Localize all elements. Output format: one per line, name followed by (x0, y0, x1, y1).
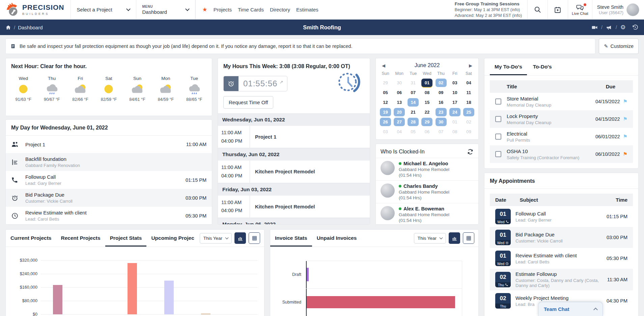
bar[interactable] (128, 263, 137, 315)
company-logo[interactable]: PRECISION BUILDERS (0, 0, 71, 19)
clocked-in-person[interactable]: Michael E. AngelooGabbard Home Remodel(0… (376, 158, 478, 180)
calendar-day[interactable]: 31 (406, 78, 420, 87)
tab-recent-projects[interactable]: Recent Projects (56, 230, 105, 247)
calendar-day[interactable]: 29 (420, 117, 434, 126)
calendar-day[interactable]: 02 (434, 78, 448, 87)
calendar-day[interactable]: 08 (420, 88, 434, 97)
my-day-item[interactable]: Review Estimate with clientLead: Carol B… (6, 207, 212, 225)
todo-checkbox[interactable] (495, 134, 501, 140)
bar[interactable] (307, 296, 455, 308)
todo-checkbox[interactable] (495, 116, 501, 122)
schedule-row[interactable]: 11:00 AM04:00 PMProject 1 (218, 126, 370, 148)
projects-chart-view-button[interactable] (234, 232, 246, 244)
calendar-prev-icon[interactable]: ◀ (382, 63, 385, 68)
live-chat-button[interactable]: Live Chat (568, 0, 592, 19)
calendar-day[interactable]: 03 (379, 127, 392, 136)
calendar-day[interactable]: 05 (379, 88, 392, 97)
user-menu[interactable]: Steve Smith User (35647) (592, 0, 644, 19)
refresh-icon[interactable] (467, 148, 474, 155)
tab-project-stats[interactable]: Project Stats (105, 230, 147, 247)
calendar-day[interactable]: 24 (448, 108, 462, 116)
schedule-row[interactable]: 11:00 AM04:00 PMKitchen Project Remodel (218, 161, 370, 183)
projects-table-view-button[interactable] (249, 232, 260, 244)
calendar-day[interactable]: 11 (462, 88, 476, 97)
tab-invoice-stats[interactable]: Invoice Stats (270, 230, 312, 247)
video-button[interactable] (591, 24, 598, 31)
bar[interactable] (53, 285, 62, 315)
history-button[interactable] (632, 24, 639, 31)
calendar-day[interactable]: 02 (462, 117, 476, 126)
calendar-day[interactable]: 21 (406, 108, 420, 116)
nav-link-directory[interactable]: Directory (270, 7, 290, 12)
calendar-day[interactable]: 10 (448, 88, 462, 97)
calendar-day[interactable]: 20 (392, 108, 406, 116)
calendar-day[interactable]: 16 (434, 98, 448, 107)
appointment-item[interactable]: 01WedFollowup CallLead: Gary Berner01:15… (490, 206, 633, 227)
team-chat-bar[interactable]: Team Chat (538, 302, 603, 316)
todo-item[interactable]: OSHA 10Safety Training (Contractor Forem… (490, 145, 633, 163)
my-day-item[interactable]: Project 111:00 AM (6, 136, 212, 153)
request-time-off-button[interactable]: Request Time Off (223, 96, 273, 109)
calendar-day[interactable]: 07 (406, 88, 420, 97)
calendar-day[interactable]: 30 (392, 78, 406, 87)
calendar-day[interactable]: 06 (420, 127, 434, 136)
calendar-day[interactable]: 26 (379, 117, 392, 126)
appointment-item[interactable]: 02ThuEstimate FollowupCustomer: Costa, D… (490, 269, 633, 290)
calendar-day[interactable]: 04 (392, 127, 406, 136)
home-icon[interactable] (5, 25, 11, 30)
calendar-day[interactable]: 23 (434, 108, 448, 116)
calendar-day[interactable]: 30 (434, 117, 448, 126)
project-selector[interactable]: Select a Project (71, 0, 136, 19)
calendar-add-button[interactable] (548, 0, 568, 19)
my-day-item[interactable]: Followup CallLead: Gary Berner01:15 PM (6, 171, 212, 189)
tab-my-to-do-s[interactable]: My To-Do's (490, 58, 527, 75)
bar[interactable] (201, 314, 211, 315)
calendar-day[interactable]: 22 (420, 108, 434, 116)
calendar-day[interactable]: 27 (392, 117, 406, 126)
nav-link-estimates[interactable]: Estimates (296, 7, 318, 12)
clocked-in-person[interactable]: Charles BandyGabbard Home Remodel(01:54 … (376, 180, 478, 203)
calendar-day[interactable]: 07 (434, 127, 448, 136)
expand-arrow-icon[interactable]: ↗ (279, 76, 287, 91)
nav-link-time-cards[interactable]: Time Cards (238, 7, 264, 12)
training-sessions-note[interactable]: Free Group Training Sessions Beginner: M… (449, 0, 527, 19)
gear-icon[interactable]: ⚙ (620, 24, 626, 30)
breadcrumb-page[interactable]: Dashboard (18, 25, 43, 30)
todo-item[interactable]: Lock PropertyMemorial Day Cleanup04/15/2… (490, 110, 633, 128)
calendar-next-icon[interactable]: ▶ (469, 63, 472, 68)
todo-item[interactable]: ElectricalPull Permits06/01/2022⚑ (490, 128, 633, 145)
clocked-in-person[interactable]: Alex E. BowemanGabbard Home Remodel(01:5… (376, 203, 478, 225)
calendar-day[interactable]: 05 (406, 127, 420, 136)
bar[interactable] (164, 281, 174, 314)
bar[interactable] (307, 268, 309, 281)
announcements-button[interactable] (606, 24, 612, 31)
calendar-day[interactable]: 09 (434, 88, 448, 97)
calendar-day[interactable]: 25 (462, 108, 476, 116)
tab-to-do-s[interactable]: To-Do's (528, 58, 557, 75)
tab-unpaid-invoices[interactable]: Unpaid Invoices (312, 230, 362, 247)
invoices-date-range-select[interactable]: This Year (414, 233, 446, 243)
invoices-table-view-button[interactable] (463, 232, 474, 244)
tab-upcoming-projec[interactable]: Upcoming Projec (146, 230, 199, 247)
calendar-day[interactable]: 03 (448, 78, 462, 87)
todo-checkbox[interactable] (495, 98, 501, 105)
customize-button[interactable]: ✎ Customize (599, 38, 639, 54)
schedule-row[interactable]: 11:00 AM04:00 PMKitchen Project Remodel (218, 196, 370, 218)
appointment-item[interactable]: 01WedBid Package DueCustomer: Vickie Car… (490, 227, 633, 248)
nav-link-projects[interactable]: Projects (214, 7, 232, 12)
calendar-day[interactable]: 09 (462, 127, 476, 136)
calendar-day[interactable]: 01 (448, 117, 462, 126)
calendar-day[interactable]: 15 (420, 98, 434, 107)
calendar-day[interactable]: 06 (392, 88, 406, 97)
time-clock-widget[interactable]: 01:55:56 ↗ (223, 76, 287, 91)
calendar-day[interactable]: 18 (462, 98, 476, 107)
calendar-day[interactable]: 14 (406, 98, 420, 107)
todo-item[interactable]: Store MaterialMemorial Day Cleanup04/15/… (490, 93, 633, 110)
my-day-item[interactable]: Backfill foundationGabbard Family Renova… (6, 153, 212, 171)
menu-selector[interactable]: MENU Dashboard (136, 0, 195, 19)
calendar-day[interactable]: 04 (462, 78, 476, 87)
calendar-day[interactable]: 08 (448, 127, 462, 136)
calendar-day[interactable]: 01 (420, 78, 434, 87)
todo-checkbox[interactable] (495, 151, 501, 157)
calendar-day[interactable]: 12 (379, 98, 392, 107)
